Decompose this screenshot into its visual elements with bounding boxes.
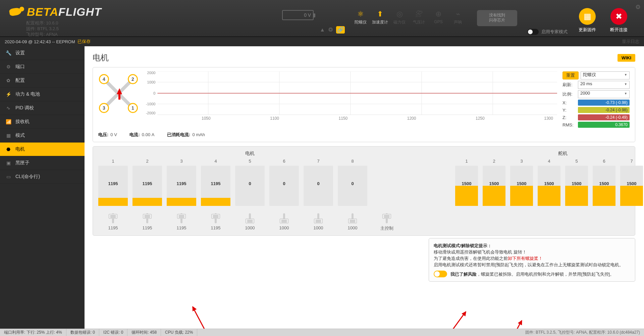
wasp-icon (6, 5, 25, 19)
tab-CLI(命令行)[interactable]: ▭CLI(命令行) (0, 170, 85, 184)
motor-bar-6: 60 (269, 159, 299, 206)
usb-disconnect-icon: ✖ (610, 8, 627, 25)
y-value: -0.24 (-0.98) (578, 107, 630, 113)
motor-output-panel: 电机 1119521195311954119550607080 11951195… (93, 146, 635, 236)
disconnect-button[interactable]: ✖ 断开连接 (607, 8, 631, 37)
expert-mode-toggle-row: 启用专家模式 (527, 27, 568, 37)
header-meta: 配置程序: 10.6.0 固件: BTFL 3.2.5 飞控型号: AFNA (26, 20, 102, 37)
parachute-icon: ❂ (328, 26, 333, 33)
update-firmware-button[interactable]: ▦ 更新固件 (576, 8, 599, 37)
motor-bar-8: 80 (338, 159, 367, 206)
refresh-select[interactable]: 20 ms (578, 81, 630, 89)
page-title: 电机 (93, 52, 109, 63)
footer-firmware-info: 固件: BTFL 3.2.5, 飞控型号: AFNA, 配置程序: 10.6.0… (525, 330, 644, 335)
servo-bar-7: 71500 (620, 159, 643, 206)
footer-packet-err: 数据包错误: 0 (66, 329, 99, 336)
motor-slider-8[interactable]: 1000 (338, 213, 367, 231)
tab-模式[interactable]: ▦模式 (0, 129, 85, 143)
top-bar: BETAFLIGHT 配置程序: 10.6.0 固件: BTFL 3.2.5 飞… (0, 0, 644, 37)
scale-select[interactable]: 2000 (578, 90, 630, 98)
x-value: -0.73 (-0.98) (578, 100, 630, 106)
sidebar: 🔧设置⚙端口✿配置⚡动力 & 电池∿PID 调校📶接收机▦模式⬣电机▣黑匣子▭C… (0, 46, 85, 329)
footer-cpu-load: CPU 负载: 22% (161, 329, 197, 336)
motor-slider-7[interactable]: 1000 (304, 213, 333, 231)
global-settings-icon[interactable]: ⚙ (635, 3, 641, 11)
motor-bar-1: 11195 (98, 159, 128, 206)
app-logo-text: BETAFLIGHT (27, 5, 102, 18)
motor-slider-6[interactable]: 1000 (269, 213, 299, 231)
servo-bar-3: 31500 (510, 159, 533, 206)
sensor-GPS: ⊕GPS (429, 9, 447, 24)
sensor-磁力仪: ◎磁力仪 (390, 9, 409, 25)
servos-title: 舵机 (455, 151, 644, 157)
motor-bar-2: 21195 (132, 159, 162, 206)
log-strip: 2020-04-09 @ 12:42:43 -- EEPROM 已保存 显示日志 (0, 37, 644, 46)
motor-test-warning: 电机测试模式/解除锁定提示： 移动滑块或用遥控器解锁飞机会导致电机 旋转！ 为了… (429, 238, 635, 282)
footer-i2c-err: I2C 错误: 0 (99, 329, 127, 336)
show-log-button[interactable]: 显示日志 (622, 39, 639, 45)
gyro-graph-panel: 42 31 2000 (93, 67, 635, 142)
motor-layout-diagram: 42 31 (98, 73, 139, 114)
expert-mode-label: 启用专家模式 (541, 29, 568, 35)
motor-bar-7: 70 (304, 159, 333, 206)
forward-arrow-icon (117, 88, 122, 94)
sensor-indicators: ⚛陀螺仪⬆加速度计◎磁力仪⛈气压计⊕GPS⌁声呐 (352, 9, 467, 37)
sensor-加速度计: ⬆加速度计 (371, 9, 389, 25)
servo-bar-1: 11500 (455, 159, 478, 206)
tab-设置[interactable]: 🔧设置 (0, 46, 85, 60)
power-readout: 电压:0 V 电流:0.00 A 已消耗电流:0 mAh (98, 132, 630, 138)
gyro-chart: 2000 1000 0 -1000 -2000 1050 11001150 12… (144, 71, 557, 126)
svg-text:1000: 1000 (147, 80, 156, 84)
graph-controls: 重置 陀螺仪 刷新:20 ms 比例:2000 X:-0.73 (-0.98) … (562, 71, 630, 129)
logo-block: BETAFLIGHT 配置程序: 10.6.0 固件: BTFL 3.2.5 飞… (0, 0, 108, 37)
tab-接收机[interactable]: 📶接收机 (0, 115, 85, 129)
motor-slider-2[interactable]: 1195 (132, 213, 162, 231)
servo-bar-5: 51500 (565, 159, 588, 206)
reset-button[interactable]: 重置 (562, 71, 579, 79)
motor-slider-3[interactable]: 1195 (167, 213, 196, 231)
footer-cycle-time: 循环时间: 458 (127, 329, 161, 336)
wiki-button[interactable]: WIKI (618, 54, 635, 62)
rms-value: 0.3670 (578, 122, 630, 128)
motor-bar-4: 41195 (201, 159, 230, 206)
annotation-arrow-3 (192, 306, 212, 329)
tab-配置[interactable]: ✿配置 (0, 74, 85, 88)
footer-bar: 端口利用率: 下行: 25% 上行: 4% 数据包错误: 0 I2C 错误: 0… (0, 329, 644, 336)
acknowledge-switch[interactable] (434, 271, 447, 277)
servo-bar-4: 41500 (538, 159, 560, 206)
sensor-陀螺仪: ⚛陀螺仪 (352, 9, 370, 25)
footer-port-util: 端口利用率: 下行: 25% 上行: 4% (0, 329, 66, 336)
tab-端口[interactable]: ⚙端口 (0, 60, 85, 74)
svg-text:-2000: -2000 (146, 111, 155, 115)
z-value: -0.24 (-0.49) (578, 114, 630, 120)
sensor-气压计: ⛈气压计 (410, 9, 428, 25)
motor-slider-5[interactable]: 1000 (235, 213, 265, 231)
annotation-arrow-1 (504, 320, 522, 329)
servo-bar-6: 61500 (593, 159, 615, 206)
link-icon: 🔗 (336, 26, 345, 34)
tab-电机[interactable]: ⬣电机 (0, 143, 85, 156)
motor-slider-4[interactable]: 1195 (201, 213, 230, 231)
svg-text:2000: 2000 (147, 71, 156, 75)
sensor-声呐: ⌁声呐 (449, 9, 467, 25)
dataflash-status: 没有找到闪存芯片 (477, 10, 517, 26)
header-status-icons: ▲ ❂ 🔗 (320, 0, 345, 37)
warning-icon: ▲ (320, 27, 325, 33)
tab-PID 调校[interactable]: ∿PID 调校 (0, 101, 85, 115)
expert-mode-switch[interactable] (527, 29, 539, 35)
tab-动力 & 电池[interactable]: ⚡动力 & 电池 (0, 88, 85, 101)
master-slider[interactable]: 主控制 (372, 213, 401, 231)
svg-text:0: 0 (153, 91, 155, 95)
motor-bar-3: 31195 (167, 159, 196, 206)
source-select[interactable]: 陀螺仪 (581, 71, 630, 79)
tab-黑匣子[interactable]: ▣黑匣子 (0, 156, 85, 170)
svg-text:-1000: -1000 (146, 102, 155, 106)
battery-indicator: 0 V (282, 10, 314, 20)
motors-title: 电机 (98, 151, 401, 157)
motor-slider-1[interactable]: 1195 (98, 213, 128, 231)
motor-bar-5: 50 (235, 159, 265, 206)
servo-bar-2: 21500 (483, 159, 505, 206)
annotation-arrow-2 (436, 311, 466, 329)
content-area: 电机 WIKI 42 31 (85, 46, 644, 329)
chip-icon: ▦ (579, 8, 596, 25)
